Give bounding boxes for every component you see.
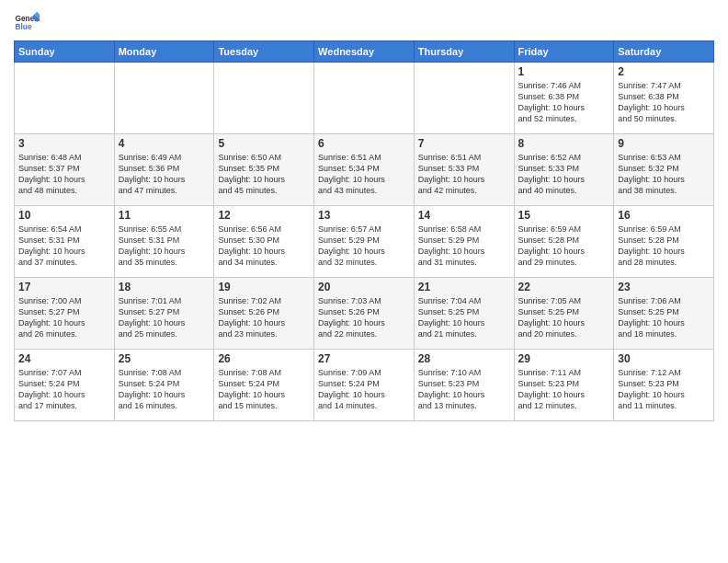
day-info: Sunrise: 6:58 AM Sunset: 5:29 PM Dayligh… <box>418 224 510 269</box>
calendar-week-1: 1Sunrise: 7:46 AM Sunset: 6:38 PM Daylig… <box>15 63 714 134</box>
day-info: Sunrise: 6:53 AM Sunset: 5:32 PM Dayligh… <box>618 152 710 197</box>
calendar-cell: 27Sunrise: 7:09 AM Sunset: 5:24 PM Dayli… <box>314 350 415 421</box>
day-info: Sunrise: 7:08 AM Sunset: 5:24 PM Dayligh… <box>218 367 310 412</box>
calendar-cell: 16Sunrise: 6:59 AM Sunset: 5:28 PM Dayli… <box>614 206 714 278</box>
day-info: Sunrise: 7:07 AM Sunset: 5:24 PM Dayligh… <box>18 367 110 412</box>
day-number: 26 <box>218 352 310 365</box>
day-number: 18 <box>119 281 210 293</box>
day-number: 13 <box>318 209 410 222</box>
day-info: Sunrise: 6:59 AM Sunset: 5:28 PM Dayligh… <box>618 224 710 269</box>
day-number: 1 <box>518 65 610 78</box>
calendar-cell: 18Sunrise: 7:01 AM Sunset: 5:27 PM Dayli… <box>114 278 214 350</box>
day-number: 16 <box>618 209 710 222</box>
day-info: Sunrise: 7:05 AM Sunset: 5:25 PM Dayligh… <box>518 295 610 340</box>
calendar-cell: 8Sunrise: 6:52 AM Sunset: 5:33 PM Daylig… <box>514 134 614 206</box>
calendar-header-monday: Monday <box>114 41 214 63</box>
day-info: Sunrise: 7:47 AM Sunset: 6:38 PM Dayligh… <box>618 80 710 125</box>
calendar-cell: 13Sunrise: 6:57 AM Sunset: 5:29 PM Dayli… <box>314 206 415 278</box>
day-info: Sunrise: 6:54 AM Sunset: 5:31 PM Dayligh… <box>18 224 110 269</box>
calendar-week-3: 10Sunrise: 6:54 AM Sunset: 5:31 PM Dayli… <box>15 206 714 278</box>
calendar-cell: 23Sunrise: 7:06 AM Sunset: 5:25 PM Dayli… <box>614 278 714 350</box>
day-info: Sunrise: 7:08 AM Sunset: 5:24 PM Dayligh… <box>119 367 210 412</box>
day-number: 4 <box>119 137 210 150</box>
day-number: 21 <box>418 281 510 293</box>
calendar-cell: 30Sunrise: 7:12 AM Sunset: 5:23 PM Dayli… <box>614 350 714 421</box>
day-number: 5 <box>218 137 310 150</box>
calendar-cell: 22Sunrise: 7:05 AM Sunset: 5:25 PM Dayli… <box>514 278 614 350</box>
day-number: 15 <box>518 209 610 222</box>
svg-text:Blue: Blue <box>15 22 31 31</box>
day-info: Sunrise: 6:51 AM Sunset: 5:33 PM Dayligh… <box>418 152 510 197</box>
calendar-cell: 1Sunrise: 7:46 AM Sunset: 6:38 PM Daylig… <box>514 63 614 134</box>
day-number: 28 <box>418 352 510 365</box>
calendar-cell: 21Sunrise: 7:04 AM Sunset: 5:25 PM Dayli… <box>414 278 514 350</box>
calendar-cell: 10Sunrise: 6:54 AM Sunset: 5:31 PM Dayli… <box>15 206 115 278</box>
calendar-week-2: 3Sunrise: 6:48 AM Sunset: 5:37 PM Daylig… <box>15 134 714 206</box>
calendar-cell: 28Sunrise: 7:10 AM Sunset: 5:23 PM Dayli… <box>414 350 514 421</box>
day-info: Sunrise: 7:03 AM Sunset: 5:26 PM Dayligh… <box>318 295 410 340</box>
calendar-cell: 20Sunrise: 7:03 AM Sunset: 5:26 PM Dayli… <box>314 278 415 350</box>
day-number: 8 <box>518 137 610 150</box>
calendar-cell: 5Sunrise: 6:50 AM Sunset: 5:35 PM Daylig… <box>214 134 314 206</box>
calendar-cell: 14Sunrise: 6:58 AM Sunset: 5:29 PM Dayli… <box>414 206 514 278</box>
logo-icon: General Blue <box>14 9 40 35</box>
day-number: 24 <box>18 352 110 365</box>
calendar-header-thursday: Thursday <box>414 41 514 63</box>
calendar-cell: 7Sunrise: 6:51 AM Sunset: 5:33 PM Daylig… <box>414 134 514 206</box>
day-info: Sunrise: 7:06 AM Sunset: 5:25 PM Dayligh… <box>618 295 710 340</box>
day-info: Sunrise: 6:48 AM Sunset: 5:37 PM Dayligh… <box>18 152 110 197</box>
calendar-header-friday: Friday <box>514 41 614 63</box>
logo: General Blue <box>14 9 43 35</box>
calendar-cell: 17Sunrise: 7:00 AM Sunset: 5:27 PM Dayli… <box>15 278 115 350</box>
day-number: 27 <box>318 352 410 365</box>
calendar-cell: 19Sunrise: 7:02 AM Sunset: 5:26 PM Dayli… <box>214 278 314 350</box>
day-info: Sunrise: 7:10 AM Sunset: 5:23 PM Dayligh… <box>418 367 510 412</box>
day-info: Sunrise: 7:00 AM Sunset: 5:27 PM Dayligh… <box>18 295 110 340</box>
calendar-cell: 15Sunrise: 6:59 AM Sunset: 5:28 PM Dayli… <box>514 206 614 278</box>
day-info: Sunrise: 6:59 AM Sunset: 5:28 PM Dayligh… <box>518 224 610 269</box>
day-info: Sunrise: 6:57 AM Sunset: 5:29 PM Dayligh… <box>318 224 410 269</box>
calendar-cell: 4Sunrise: 6:49 AM Sunset: 5:36 PM Daylig… <box>114 134 214 206</box>
day-number: 12 <box>218 209 310 222</box>
day-number: 7 <box>418 137 510 150</box>
day-info: Sunrise: 6:56 AM Sunset: 5:30 PM Dayligh… <box>218 224 310 269</box>
header: General Blue <box>14 9 714 35</box>
day-number: 20 <box>318 281 410 293</box>
calendar-cell: 9Sunrise: 6:53 AM Sunset: 5:32 PM Daylig… <box>614 134 714 206</box>
calendar-table: SundayMondayTuesdayWednesdayThursdayFrid… <box>14 40 714 421</box>
day-info: Sunrise: 6:51 AM Sunset: 5:34 PM Dayligh… <box>318 152 410 197</box>
day-number: 22 <box>518 281 610 293</box>
day-number: 29 <box>518 352 610 365</box>
calendar-cell: 29Sunrise: 7:11 AM Sunset: 5:23 PM Dayli… <box>514 350 614 421</box>
calendar-cell: 12Sunrise: 6:56 AM Sunset: 5:30 PM Dayli… <box>214 206 314 278</box>
day-number: 17 <box>18 281 110 293</box>
calendar-week-4: 17Sunrise: 7:00 AM Sunset: 5:27 PM Dayli… <box>15 278 714 350</box>
calendar-cell: 25Sunrise: 7:08 AM Sunset: 5:24 PM Dayli… <box>114 350 214 421</box>
calendar-header-sunday: Sunday <box>15 41 115 63</box>
day-info: Sunrise: 6:50 AM Sunset: 5:35 PM Dayligh… <box>218 152 310 197</box>
calendar-cell <box>214 63 314 134</box>
day-number: 23 <box>618 281 710 293</box>
calendar-cell <box>414 63 514 134</box>
calendar-header-tuesday: Tuesday <box>214 41 314 63</box>
page-container: General Blue SundayMondayTuesdayWednesda… <box>0 0 728 431</box>
day-info: Sunrise: 7:01 AM Sunset: 5:27 PM Dayligh… <box>119 295 210 340</box>
day-info: Sunrise: 7:09 AM Sunset: 5:24 PM Dayligh… <box>318 367 410 412</box>
day-number: 9 <box>618 137 710 150</box>
calendar-header-saturday: Saturday <box>614 41 714 63</box>
calendar-header-wednesday: Wednesday <box>314 41 415 63</box>
day-info: Sunrise: 7:11 AM Sunset: 5:23 PM Dayligh… <box>518 367 610 412</box>
calendar-cell: 24Sunrise: 7:07 AM Sunset: 5:24 PM Dayli… <box>15 350 115 421</box>
day-number: 25 <box>119 352 210 365</box>
calendar-cell <box>114 63 214 134</box>
day-info: Sunrise: 6:49 AM Sunset: 5:36 PM Dayligh… <box>119 152 210 197</box>
day-number: 11 <box>119 209 210 222</box>
calendar-cell <box>314 63 415 134</box>
day-info: Sunrise: 7:02 AM Sunset: 5:26 PM Dayligh… <box>218 295 310 340</box>
calendar-cell: 11Sunrise: 6:55 AM Sunset: 5:31 PM Dayli… <box>114 206 214 278</box>
calendar-cell: 26Sunrise: 7:08 AM Sunset: 5:24 PM Dayli… <box>214 350 314 421</box>
day-number: 30 <box>618 352 710 365</box>
calendar-header-row: SundayMondayTuesdayWednesdayThursdayFrid… <box>15 41 714 63</box>
calendar-cell <box>15 63 115 134</box>
day-number: 14 <box>418 209 510 222</box>
